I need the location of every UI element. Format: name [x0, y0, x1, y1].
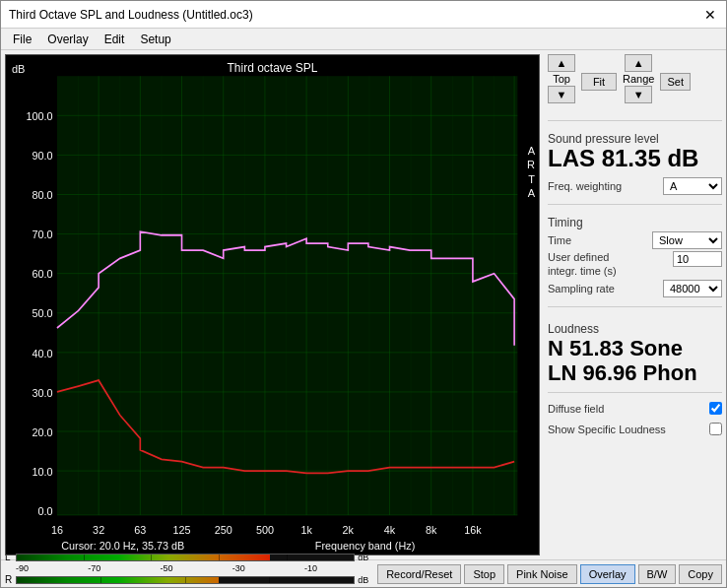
menu-file[interactable]: File	[5, 31, 39, 48]
r-meter-ticks	[17, 577, 354, 583]
sampling-label: Sampling rate	[548, 283, 615, 294]
svg-text:1k: 1k	[300, 523, 312, 536]
stop-button[interactable]: Stop	[464, 564, 504, 584]
freq-weighting-label: Freq. weighting	[548, 180, 622, 192]
l-tick-labels: -90 -70 -50 -30 -10	[5, 563, 373, 573]
r-label: R	[5, 574, 13, 585]
fit-button[interactable]: Fit	[581, 73, 617, 91]
diffuse-field-row: Diffuse field	[548, 402, 722, 415]
svg-text:10.0: 10.0	[33, 465, 53, 478]
sampling-select[interactable]: 441004800096000	[663, 280, 722, 297]
svg-text:32: 32	[93, 523, 104, 536]
r-meter-track	[16, 576, 355, 584]
record-reset-button[interactable]: Record/Reset	[377, 564, 461, 584]
pink-noise-button[interactable]: Pink Noise	[507, 564, 577, 584]
svg-text:80.0: 80.0	[33, 189, 53, 202]
time-row: Time SlowFastImpulseUser def.	[548, 231, 722, 249]
svg-text:500: 500	[256, 523, 274, 536]
show-specific-checkbox[interactable]	[709, 423, 722, 435]
l-meter-ticks	[17, 555, 354, 560]
top-group: ▲ Top ▼	[548, 54, 575, 109]
l-meter-row: L dB	[5, 552, 373, 562]
freq-weighting-select[interactable]: ABCZ	[663, 177, 722, 195]
svg-text:8k: 8k	[426, 523, 437, 536]
close-button[interactable]: ✕	[702, 7, 718, 23]
r-meter-row: R dB	[5, 574, 373, 585]
spl-section-label: Sound pressure level	[548, 132, 722, 146]
svg-text:2k: 2k	[343, 523, 355, 536]
svg-text:50.0: 50.0	[33, 307, 53, 320]
menu-edit[interactable]: Edit	[97, 31, 133, 48]
svg-text:63: 63	[134, 523, 146, 536]
range-up-button[interactable]: ▲	[625, 54, 652, 72]
svg-text:0.0: 0.0	[38, 504, 53, 517]
diffuse-field-label: Diffuse field	[548, 403, 604, 415]
time-select[interactable]: SlowFastImpulseUser def.	[652, 231, 722, 249]
loudness-section-label: Loudness	[548, 322, 722, 336]
spl-section: Sound pressure level LAS 81.35 dB	[548, 128, 722, 171]
timing-section-label: Timing	[548, 216, 722, 229]
range-down-button[interactable]: ▼	[625, 86, 652, 103]
range-group: ▲ Range ▼	[623, 54, 654, 109]
set-group: Set	[660, 54, 691, 109]
loudness-ln-value: LN 96.96 Phon	[548, 360, 722, 385]
copy-button[interactable]: Copy	[679, 564, 722, 584]
spl-value: LAS 81.35 dB	[548, 146, 722, 171]
sampling-row: Sampling rate 441004800096000	[548, 280, 722, 297]
fit-group: Fit	[581, 54, 617, 109]
svg-text:100.0: 100.0	[27, 110, 53, 123]
divider-4	[548, 392, 722, 393]
svg-text:Frequency band (Hz): Frequency band (Hz)	[315, 540, 416, 553]
bottom-bar: L dB -90 -70	[1, 559, 726, 587]
svg-text:90.0: 90.0	[33, 150, 53, 163]
nav-controls: ▲ Top ▼ Fit ▲ Range ▼ Set	[548, 54, 722, 109]
menu-bar: File Overlay Edit Setup	[1, 29, 726, 50]
svg-text:60.0: 60.0	[33, 268, 53, 281]
divider-3	[548, 306, 722, 307]
svg-rect-0	[57, 76, 517, 515]
main-content: Third octave SPL dB ARTA	[1, 50, 726, 559]
window-title: Third Octave SPL and Loudness (Untitled.…	[9, 8, 253, 22]
integr-input[interactable]	[673, 251, 722, 267]
range-label: Range	[623, 73, 654, 85]
l-meter-track	[16, 554, 355, 561]
timing-section: Timing Time SlowFastImpulseUser def. Use…	[548, 212, 722, 298]
top-label: Top	[553, 73, 570, 85]
svg-text:70.0: 70.0	[33, 229, 53, 241]
set-button[interactable]: Set	[660, 73, 691, 91]
bw-button[interactable]: B/W	[638, 564, 677, 584]
chart-area: Third octave SPL dB ARTA	[5, 54, 540, 555]
level-meters: L dB -90 -70	[5, 552, 373, 588]
right-panel: ▲ Top ▼ Fit ▲ Range ▼ Set	[544, 50, 726, 559]
meters-container: L dB -90 -70	[5, 552, 373, 588]
svg-text:20.0: 20.0	[33, 425, 53, 438]
svg-text:30.0: 30.0	[33, 386, 53, 399]
show-specific-label: Show Specific Loudness	[548, 424, 666, 435]
integr-row: User defined integr. time (s)	[548, 251, 722, 277]
r-unit: dB	[358, 575, 373, 585]
main-window: Third Octave SPL and Loudness (Untitled.…	[0, 0, 727, 588]
svg-text:250: 250	[215, 523, 232, 536]
divider-1	[548, 120, 722, 121]
svg-text:4k: 4k	[384, 523, 396, 536]
chart-svg: 100.0 90.0 80.0 70.0 60.0 50.0 40.0 30.0…	[6, 55, 539, 555]
freq-weighting-row: Freq. weighting ABCZ	[548, 177, 722, 195]
overlay-button[interactable]: Overlay	[580, 564, 635, 584]
loudness-n-value: N 51.83 Sone	[548, 336, 722, 360]
svg-text:125: 125	[173, 523, 191, 536]
svg-text:40.0: 40.0	[33, 347, 53, 359]
svg-text:Cursor:  20.0 Hz, 35.73 dB: Cursor: 20.0 Hz, 35.73 dB	[61, 540, 184, 553]
svg-text:16k: 16k	[464, 523, 482, 536]
chart-title: Third octave SPL	[227, 61, 317, 75]
top-down-button[interactable]: ▼	[548, 86, 575, 103]
menu-setup[interactable]: Setup	[132, 31, 178, 48]
time-label: Time	[548, 234, 571, 246]
loudness-section: Loudness N 51.83 Sone LN 96.96 Phon	[548, 318, 722, 386]
diffuse-field-checkbox[interactable]	[709, 402, 722, 415]
svg-text:16: 16	[51, 523, 63, 536]
divider-2	[548, 204, 722, 205]
menu-overlay[interactable]: Overlay	[39, 31, 96, 48]
show-specific-row: Show Specific Loudness	[548, 423, 722, 435]
top-up-button[interactable]: ▲	[548, 54, 575, 72]
title-bar: Third Octave SPL and Loudness (Untitled.…	[1, 1, 726, 29]
